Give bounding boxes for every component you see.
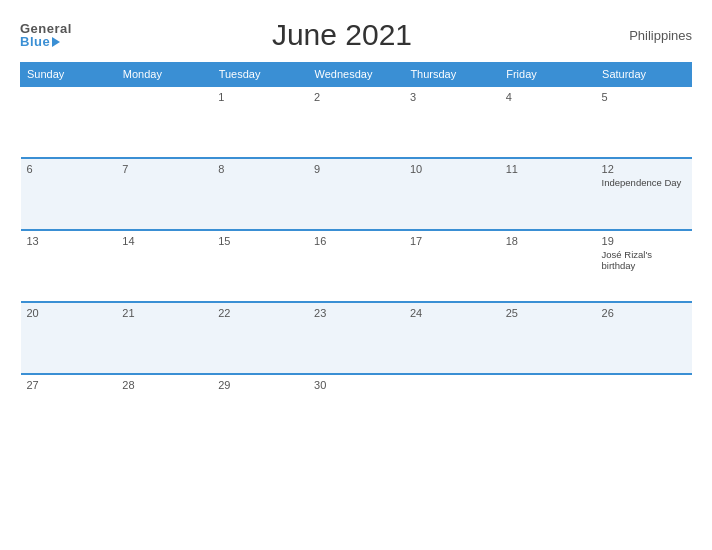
cell-week3-day6: 18	[500, 230, 596, 302]
day-number: 4	[506, 91, 590, 103]
cell-week4-day6: 25	[500, 302, 596, 374]
logo-triangle-icon	[52, 37, 60, 47]
cell-week2-day2: 7	[116, 158, 212, 230]
cell-week4-day7: 26	[596, 302, 692, 374]
header-wednesday: Wednesday	[308, 63, 404, 87]
cell-week1-day7: 5	[596, 86, 692, 158]
day-number: 17	[410, 235, 494, 247]
day-number: 14	[122, 235, 206, 247]
calendar-header: General Blue June 2021 Philippines	[20, 18, 692, 52]
cell-week4-day1: 20	[21, 302, 117, 374]
day-number: 25	[506, 307, 590, 319]
calendar-title: June 2021	[72, 18, 612, 52]
day-number: 8	[218, 163, 302, 175]
cell-week5-day5	[404, 374, 500, 446]
cell-week4-day2: 21	[116, 302, 212, 374]
week-row-1: 12345	[21, 86, 692, 158]
day-number: 5	[602, 91, 686, 103]
cell-week5-day3: 29	[212, 374, 308, 446]
day-number: 27	[27, 379, 111, 391]
day-number: 2	[314, 91, 398, 103]
cell-week2-day4: 9	[308, 158, 404, 230]
cell-week3-day1: 13	[21, 230, 117, 302]
cell-week2-day5: 10	[404, 158, 500, 230]
week-row-5: 27282930	[21, 374, 692, 446]
cell-week5-day4: 30	[308, 374, 404, 446]
header-thursday: Thursday	[404, 63, 500, 87]
day-event: José Rizal's birthday	[602, 249, 686, 272]
day-number: 15	[218, 235, 302, 247]
day-number: 12	[602, 163, 686, 175]
day-number: 26	[602, 307, 686, 319]
cell-week4-day4: 23	[308, 302, 404, 374]
day-number: 1	[218, 91, 302, 103]
week-row-4: 20212223242526	[21, 302, 692, 374]
logo: General Blue	[20, 22, 72, 48]
day-number: 13	[27, 235, 111, 247]
header-monday: Monday	[116, 63, 212, 87]
day-event: Independence Day	[602, 177, 686, 188]
calendar-wrapper: General Blue June 2021 Philippines Sunda…	[0, 0, 712, 550]
cell-week1-day4: 2	[308, 86, 404, 158]
day-number: 21	[122, 307, 206, 319]
week-row-2: 6789101112Independence Day	[21, 158, 692, 230]
day-number: 19	[602, 235, 686, 247]
cell-week3-day5: 17	[404, 230, 500, 302]
day-number: 30	[314, 379, 398, 391]
day-number: 10	[410, 163, 494, 175]
cell-week3-day2: 14	[116, 230, 212, 302]
day-number: 24	[410, 307, 494, 319]
cell-week1-day5: 3	[404, 86, 500, 158]
day-number: 23	[314, 307, 398, 319]
weekday-header-row: Sunday Monday Tuesday Wednesday Thursday…	[21, 63, 692, 87]
calendar-grid: Sunday Monday Tuesday Wednesday Thursday…	[20, 62, 692, 446]
cell-week3-day4: 16	[308, 230, 404, 302]
cell-week5-day1: 27	[21, 374, 117, 446]
cell-week5-day2: 28	[116, 374, 212, 446]
cell-week1-day3: 1	[212, 86, 308, 158]
cell-week1-day6: 4	[500, 86, 596, 158]
cell-week1-day2	[116, 86, 212, 158]
cell-week2-day1: 6	[21, 158, 117, 230]
week-row-3: 13141516171819José Rizal's birthday	[21, 230, 692, 302]
cell-week1-day1	[21, 86, 117, 158]
country-label: Philippines	[612, 28, 692, 43]
cell-week3-day3: 15	[212, 230, 308, 302]
cell-week2-day6: 11	[500, 158, 596, 230]
header-sunday: Sunday	[21, 63, 117, 87]
day-number: 7	[122, 163, 206, 175]
day-number: 3	[410, 91, 494, 103]
cell-week4-day3: 22	[212, 302, 308, 374]
cell-week5-day6	[500, 374, 596, 446]
day-number: 11	[506, 163, 590, 175]
day-number: 18	[506, 235, 590, 247]
header-friday: Friday	[500, 63, 596, 87]
day-number: 16	[314, 235, 398, 247]
day-number: 22	[218, 307, 302, 319]
header-tuesday: Tuesday	[212, 63, 308, 87]
day-number: 28	[122, 379, 206, 391]
cell-week3-day7: 19José Rizal's birthday	[596, 230, 692, 302]
day-number: 29	[218, 379, 302, 391]
cell-week4-day5: 24	[404, 302, 500, 374]
day-number: 9	[314, 163, 398, 175]
day-number: 20	[27, 307, 111, 319]
cell-week2-day7: 12Independence Day	[596, 158, 692, 230]
cell-week2-day3: 8	[212, 158, 308, 230]
header-saturday: Saturday	[596, 63, 692, 87]
day-number: 6	[27, 163, 111, 175]
cell-week5-day7	[596, 374, 692, 446]
logo-blue-text: Blue	[20, 35, 60, 48]
